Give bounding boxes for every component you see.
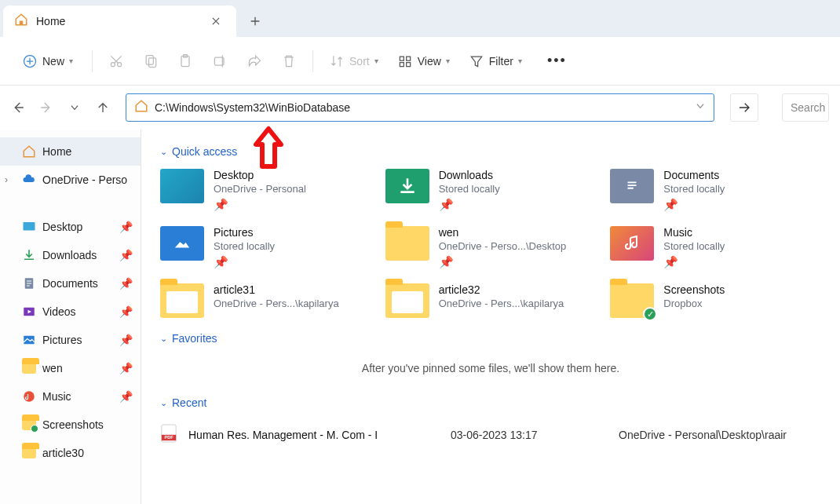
download-icon xyxy=(385,169,429,203)
quick-access-item[interactable]: ✓ Screenshots Dropbox xyxy=(610,283,821,318)
back-button[interactable] xyxy=(11,100,25,115)
search-input[interactable]: Search Hom xyxy=(782,93,829,122)
chevron-down-icon: ▾ xyxy=(69,57,73,65)
forward-button[interactable] xyxy=(39,100,53,115)
up-button[interactable] xyxy=(96,100,110,115)
section-recent[interactable]: ⌄Recent xyxy=(160,396,821,409)
arrow-up-icon xyxy=(96,100,110,115)
address-dropdown[interactable] xyxy=(695,100,706,115)
sidebar-item-onedrive[interactable]: › OneDrive - Perso xyxy=(0,166,141,194)
svg-rect-4 xyxy=(146,55,153,64)
svg-rect-5 xyxy=(149,57,156,67)
sort-button[interactable]: Sort ▾ xyxy=(321,46,386,77)
new-button[interactable]: New ▾ xyxy=(11,46,84,77)
paste-button[interactable] xyxy=(170,46,201,77)
address-bar[interactable]: C:\Windows\System32\WinBioDatabase xyxy=(126,93,714,122)
tab-home[interactable]: Home xyxy=(3,5,236,37)
item-name: Documents xyxy=(663,169,725,181)
tab-close-button[interactable] xyxy=(206,12,225,31)
videos-icon xyxy=(22,305,36,319)
sidebar-item-documents[interactable]: Documents📌 xyxy=(0,269,141,298)
sidebar-label: Desktop xyxy=(42,221,82,233)
filter-icon xyxy=(469,53,484,69)
svg-rect-10 xyxy=(406,57,410,60)
sidebar: Home › OneDrive - Perso Desktop📌 Downloa… xyxy=(0,130,141,504)
sidebar-label: OneDrive - Perso xyxy=(42,173,127,186)
go-button[interactable] xyxy=(730,93,758,122)
quick-access-item[interactable]: Downloads Stored locally 📌 xyxy=(385,169,597,212)
copy-button[interactable] xyxy=(135,46,166,77)
chevron-down-icon xyxy=(695,100,706,111)
quick-access-item[interactable]: article32 OneDrive - Pers...\kapilarya xyxy=(385,283,597,318)
chevron-down-icon xyxy=(69,102,80,113)
history-button[interactable] xyxy=(68,100,82,115)
quick-access-item[interactable]: Pictures Stored locally 📌 xyxy=(160,226,371,269)
documents-icon xyxy=(22,276,36,290)
section-label: Favorites xyxy=(172,332,217,345)
folder-icon xyxy=(22,447,36,458)
sidebar-item-article30[interactable]: article30 xyxy=(0,439,141,467)
sidebar-label: Music xyxy=(42,390,71,403)
section-quick-access[interactable]: ⌄Quick access xyxy=(160,145,821,158)
sidebar-item-screenshots[interactable]: Screenshots xyxy=(0,411,141,439)
quick-access-item[interactable]: wen OneDrive - Perso...\Desktop 📌 xyxy=(385,226,597,269)
sidebar-item-downloads[interactable]: Downloads📌 xyxy=(0,241,141,269)
item-location: Stored locally xyxy=(214,240,275,252)
home-icon xyxy=(134,99,148,116)
pictures-icon xyxy=(160,226,204,261)
share-button[interactable] xyxy=(239,46,270,77)
sidebar-item-music[interactable]: Music📌 xyxy=(0,382,141,411)
item-location: OneDrive - Personal xyxy=(214,183,306,195)
section-favorites[interactable]: ⌄Favorites xyxy=(160,332,821,345)
recent-date: 03-06-2023 13:17 xyxy=(451,429,608,441)
sidebar-item-pictures[interactable]: Pictures📌 xyxy=(0,326,141,354)
new-tab-button[interactable] xyxy=(236,5,273,37)
separator xyxy=(92,50,93,72)
quick-access-item[interactable]: Desktop OneDrive - Personal 📌 xyxy=(160,169,371,212)
rename-button[interactable] xyxy=(204,46,236,77)
sidebar-label: Pictures xyxy=(42,334,82,346)
address-path: C:\Windows\System32\WinBioDatabase xyxy=(155,101,688,114)
pin-icon: 📌 xyxy=(119,305,133,318)
sidebar-item-wen[interactable]: wen📌 xyxy=(0,354,141,382)
pdf-icon: PDF xyxy=(160,423,177,447)
expand-icon[interactable]: › xyxy=(5,174,8,185)
item-name: Music xyxy=(663,226,725,239)
cut-button[interactable] xyxy=(100,46,132,77)
nav-row: C:\Windows\System32\WinBioDatabase Searc… xyxy=(0,86,840,130)
view-button[interactable]: View ▾ xyxy=(389,46,458,77)
delete-button[interactable] xyxy=(273,46,305,77)
item-name: Pictures xyxy=(214,226,275,239)
search-placeholder: Search Hom xyxy=(791,101,829,114)
recent-name: Human Res. Management - M. Com - I xyxy=(188,429,440,441)
folder-icon xyxy=(22,419,36,430)
paste-icon xyxy=(177,53,193,69)
filter-button[interactable]: Filter ▾ xyxy=(461,46,530,77)
item-location: Stored locally xyxy=(663,240,725,252)
quick-access-item[interactable]: article31 OneDrive - Pers...\kapilarya xyxy=(160,283,371,318)
pin-icon: 📌 xyxy=(214,198,306,212)
item-name: wen xyxy=(439,226,567,239)
arrow-right-icon xyxy=(737,100,751,115)
filter-label: Filter xyxy=(489,55,513,68)
folder-icon xyxy=(385,226,429,261)
sidebar-item-videos[interactable]: Videos📌 xyxy=(0,298,141,326)
svg-rect-12 xyxy=(406,62,410,66)
sidebar-label: Screenshots xyxy=(42,418,104,431)
sidebar-item-home[interactable]: Home xyxy=(0,137,141,166)
more-button[interactable]: ••• xyxy=(539,46,575,77)
view-icon xyxy=(397,53,413,69)
item-name: article32 xyxy=(439,283,564,296)
quick-access-item[interactable]: Documents Stored locally 📌 xyxy=(610,169,821,212)
copy-icon xyxy=(143,53,159,69)
delete-icon xyxy=(281,53,297,69)
quick-access-item[interactable]: Music Stored locally 📌 xyxy=(610,226,821,269)
pin-icon: 📌 xyxy=(663,198,725,212)
music-icon xyxy=(22,389,36,404)
chevron-down-icon: ▾ xyxy=(518,57,522,65)
item-location: Dropbox xyxy=(663,298,725,309)
more-icon: ••• xyxy=(547,53,567,69)
sidebar-item-desktop[interactable]: Desktop📌 xyxy=(0,213,141,241)
item-location: OneDrive - Pers...\kapilarya xyxy=(439,298,564,309)
recent-item[interactable]: PDF Human Res. Management - M. Com - I 0… xyxy=(160,420,821,450)
